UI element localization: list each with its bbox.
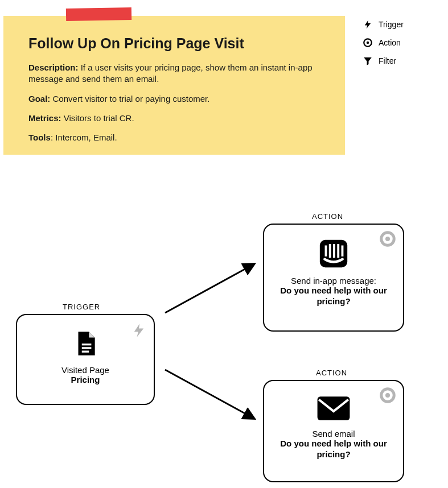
svg-rect-4	[82, 351, 89, 353]
svg-rect-17	[318, 396, 350, 420]
svg-rect-14	[342, 246, 344, 257]
arrow-to-action1	[159, 259, 262, 319]
action1-label: ACTION	[312, 212, 343, 221]
svg-rect-13	[337, 244, 339, 258]
sticky-title: Follow Up On Pricing Page Visit	[28, 35, 326, 52]
trigger-line1: Visited Page	[26, 365, 145, 375]
target-icon	[379, 230, 396, 250]
action1-line1: Send in-app message:	[273, 276, 394, 286]
legend-filter-label: Filter	[379, 56, 396, 65]
metrics-text: Visitors to trial CR.	[64, 113, 134, 123]
action1-node[interactable]: Send in-app message: Do you need help wi…	[263, 224, 404, 332]
svg-rect-11	[329, 244, 331, 258]
svg-line-5	[165, 264, 253, 313]
trigger-label: TRIGGER	[63, 303, 100, 311]
legend-action: Action	[363, 38, 431, 48]
sticky-goal: Goal: Convert visitor to trial or paying…	[28, 93, 326, 105]
action1-line2: Do you need help with our pricing?	[273, 286, 394, 307]
legend-trigger-label: Trigger	[379, 20, 404, 29]
tools-label: Tools	[28, 133, 51, 142]
svg-rect-12	[333, 244, 335, 258]
tape-decoration	[66, 7, 131, 21]
arrow-to-action2	[159, 364, 262, 424]
lightning-icon	[131, 321, 147, 342]
lightning-icon	[363, 19, 373, 30]
tools-text: : Intercom, Email.	[51, 133, 117, 142]
intercom-icon	[317, 237, 350, 270]
goal-text: Convert visitor to trial or paying custo…	[53, 94, 210, 104]
svg-rect-2	[82, 344, 92, 345]
svg-point-1	[367, 42, 369, 44]
sticky-metrics: Metrics: Visitors to trial CR.	[28, 113, 326, 124]
envelope-icon	[316, 394, 351, 423]
metrics-label: Metrics:	[28, 113, 61, 123]
action2-node[interactable]: Send email Do you need help with our pri…	[263, 380, 404, 482]
flow-canvas: TRIGGER Visited Page Pricing ACTION	[0, 171, 448, 488]
funnel-icon	[363, 56, 373, 66]
legend-trigger: Trigger	[363, 19, 431, 30]
sticky-tools: Tools: Intercom, Email.	[28, 132, 326, 143]
sticky-description: Description: If a user visits your prici…	[28, 62, 326, 85]
svg-point-16	[385, 393, 390, 398]
target-icon	[363, 38, 373, 48]
sticky-note: Follow Up On Pricing Page Visit Descript…	[3, 16, 345, 155]
action2-label: ACTION	[316, 369, 347, 377]
trigger-line2: Pricing	[26, 375, 145, 386]
goal-label: Goal:	[28, 94, 50, 104]
legend-action-label: Action	[379, 38, 401, 47]
legend: Trigger Action Filter	[363, 19, 431, 74]
svg-rect-3	[82, 347, 92, 349]
page-icon	[71, 328, 100, 359]
target-icon	[379, 387, 396, 406]
svg-line-6	[165, 370, 253, 418]
trigger-node[interactable]: Visited Page Pricing	[16, 314, 155, 405]
svg-rect-10	[325, 246, 327, 257]
action2-line1: Send email	[273, 429, 394, 439]
svg-point-8	[385, 237, 390, 241]
action2-line2: Do you need help with our pricing?	[273, 439, 394, 460]
legend-filter: Filter	[363, 56, 431, 66]
description-label: Description:	[28, 63, 79, 72]
